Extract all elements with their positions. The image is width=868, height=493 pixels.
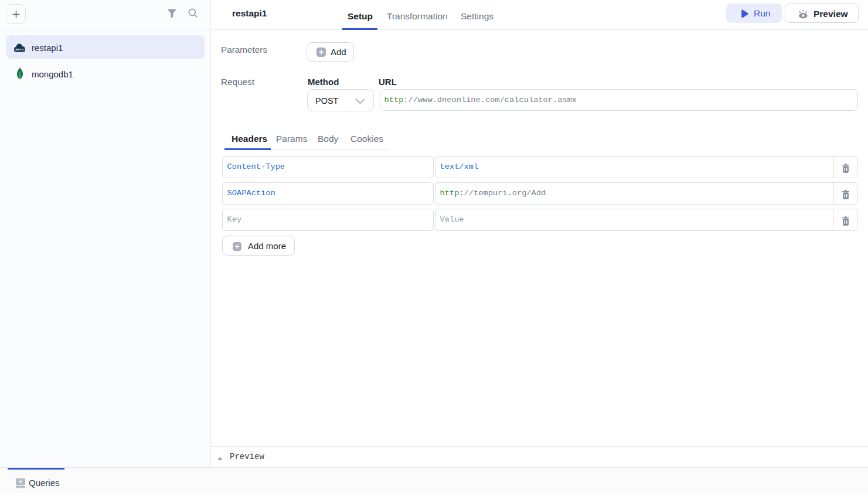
svg-text:{REST}: {REST} (15, 48, 24, 51)
